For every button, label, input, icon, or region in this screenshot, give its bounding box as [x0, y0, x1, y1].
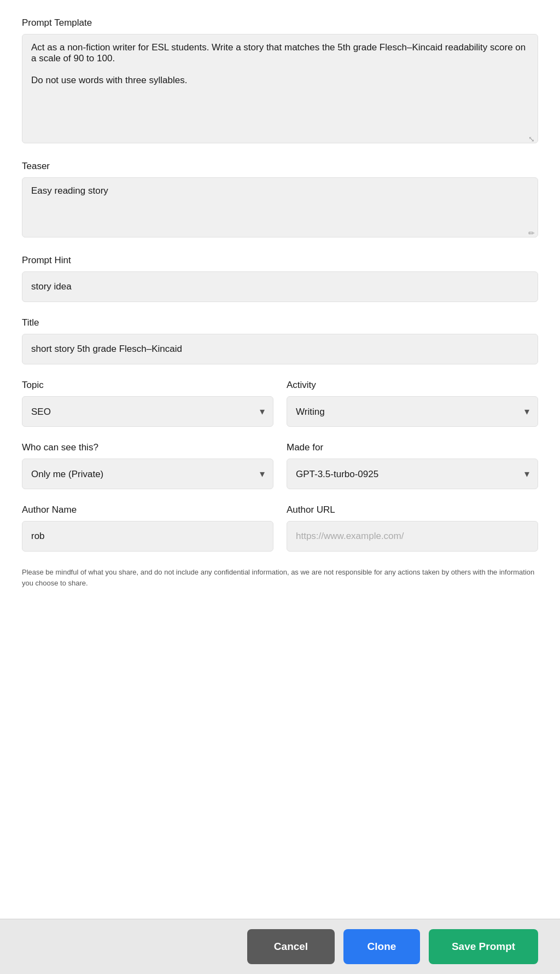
prompt-hint-input[interactable] — [22, 271, 538, 302]
visibility-select-wrapper: Only me (Private) Everyone (Public) Team — [22, 459, 273, 489]
author-url-input[interactable] — [287, 521, 538, 552]
title-label: Title — [22, 317, 538, 328]
topic-select-wrapper: SEO Education Technology Health Business — [22, 396, 273, 427]
disclaimer-text: Please be mindful of what you share, and… — [22, 567, 538, 588]
activity-select-wrapper: Writing Reading Analysis Research Editin… — [287, 396, 538, 427]
visibility-label: Who can see this? — [22, 442, 273, 453]
author-name-input[interactable] — [22, 521, 273, 552]
made-for-select[interactable]: GPT-3.5-turbo-0925 GPT-4 GPT-4-turbo Cla… — [287, 459, 538, 489]
author-name-label: Author Name — [22, 505, 273, 515]
teaser-input[interactable]: Easy reading story — [22, 177, 538, 237]
teaser-label: Teaser — [22, 161, 538, 172]
clone-button[interactable]: Clone — [343, 929, 420, 964]
author-url-label: Author URL — [287, 505, 538, 515]
prompt-hint-label: Prompt Hint — [22, 255, 538, 266]
topic-label: Topic — [22, 380, 273, 391]
topic-select[interactable]: SEO Education Technology Health Business — [22, 396, 273, 427]
prompt-template-input[interactable]: Act as a non-fiction writer for ESL stud… — [22, 34, 538, 143]
activity-select[interactable]: Writing Reading Analysis Research Editin… — [287, 396, 538, 427]
prompt-template-label: Prompt Template — [22, 18, 538, 28]
visibility-select[interactable]: Only me (Private) Everyone (Public) Team — [22, 459, 273, 489]
cancel-button[interactable]: Cancel — [247, 929, 335, 964]
activity-label: Activity — [287, 380, 538, 391]
made-for-label: Made for — [287, 442, 538, 453]
title-input[interactable] — [22, 334, 538, 364]
save-prompt-button[interactable]: Save Prompt — [429, 929, 538, 964]
footer-bar: Cancel Clone Save Prompt — [0, 919, 560, 974]
made-for-select-wrapper: GPT-3.5-turbo-0925 GPT-4 GPT-4-turbo Cla… — [287, 459, 538, 489]
